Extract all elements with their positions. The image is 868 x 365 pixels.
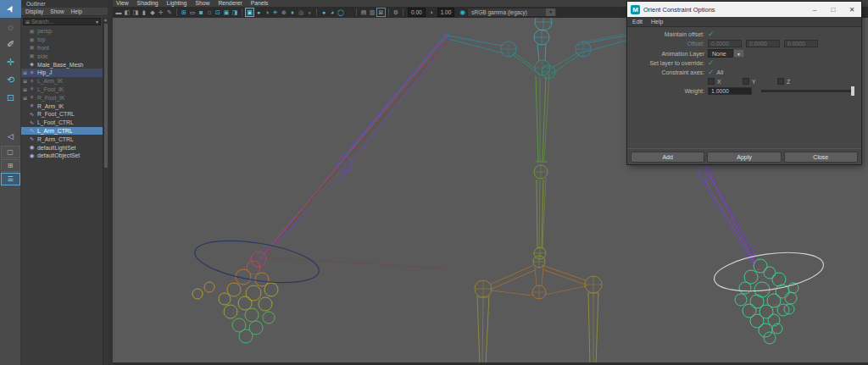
offset-z-field[interactable]: 0.0000 xyxy=(784,40,818,47)
outliner-item-male_base_mesh[interactable]: ◈Male_Base_Mesh xyxy=(21,60,103,69)
add-button[interactable]: Add xyxy=(631,152,704,163)
outliner-item-defaultobjectset[interactable]: ◉defaultObjectSet xyxy=(21,152,103,160)
viewport-menu-renderer[interactable]: Renderer xyxy=(218,0,242,7)
outliner-item-r_foot_ctrl[interactable]: ∿R_Foot_CTRL xyxy=(21,110,103,119)
animation-layer-dropdown[interactable]: None ▼ xyxy=(708,49,744,58)
select-tool[interactable]: ➤ xyxy=(0,0,21,18)
toolbar-icon-0-0[interactable]: ▬ xyxy=(114,8,123,17)
color-management-icon[interactable]: ◉ xyxy=(459,8,465,16)
toolbar-icon-2-1[interactable]: ● xyxy=(254,8,263,17)
viewport-menu-view[interactable]: View xyxy=(116,0,129,7)
toolbar-icon-2-3[interactable]: ✳ xyxy=(271,8,280,17)
outliner-item-side[interactable]: ▣side xyxy=(21,52,103,60)
contrast-icon[interactable]: ◑ xyxy=(427,8,436,17)
toolbar-icon-2-5[interactable]: ♦ xyxy=(288,8,297,17)
toolbar-icon-2-6[interactable]: ◎ xyxy=(297,8,305,17)
toolbar-icon-1-4[interactable]: ⊡ xyxy=(214,8,222,17)
outliner-item-front[interactable]: ▣front xyxy=(21,44,103,53)
outliner-item-r_arm_ctrl[interactable]: ∿R_Arm_CTRL xyxy=(21,135,103,143)
axis-z-checkbox[interactable] xyxy=(777,78,784,85)
weight-slider-handle[interactable] xyxy=(851,86,854,96)
outliner-item-l_arm_ctrl[interactable]: ∿L_Arm_CTRL xyxy=(21,127,103,135)
layout-single-pane[interactable]: ▢ xyxy=(1,146,20,158)
expand-icon[interactable]: ⊞ xyxy=(22,86,28,92)
apply-button[interactable]: Apply xyxy=(707,152,781,163)
exposure-field[interactable]: 0.00 xyxy=(408,8,426,17)
outliner-item-l_foot_ctrl[interactable]: ∿L_Foot_CTRL xyxy=(21,119,103,127)
viewport-menu-panels[interactable]: Panels xyxy=(251,0,269,7)
outliner-item-l_arm_ik[interactable]: ⊞✳L_Arm_IK xyxy=(21,77,103,86)
outliner-item-persp[interactable]: ▣persp xyxy=(21,27,103,36)
toolbar-icon-2-2[interactable]: ◑ xyxy=(263,8,271,17)
outliner-menu-help[interactable]: Help xyxy=(71,8,82,14)
toolbar-icon-4-0[interactable]: ▤ xyxy=(359,8,368,17)
chevron-down-icon[interactable]: ▼ xyxy=(733,49,744,58)
axes-all-checkbox[interactable]: ✓ xyxy=(708,69,715,75)
maintain-offset-checkbox[interactable]: ✓ xyxy=(708,30,715,37)
last-tool[interactable]: ◁ xyxy=(0,127,21,145)
layout-outliner-persp[interactable]: ☰ xyxy=(1,173,20,185)
expand-icon[interactable]: ⊞ xyxy=(22,69,28,75)
toolbar-icon-2-4[interactable]: ⊛ xyxy=(280,8,288,17)
offset-y-field[interactable]: 0.0000 xyxy=(746,40,780,47)
layout-four-pane[interactable]: ⊞ xyxy=(1,159,20,172)
outliner-item-hip_j[interactable]: ⊞✳Hip_J xyxy=(21,69,103,77)
close-button-action[interactable]: Close xyxy=(784,152,858,163)
move-tool[interactable]: ✛ xyxy=(0,53,21,71)
toolbar-icon-3-0[interactable]: ● xyxy=(320,8,328,17)
toolbar-icon-0-5[interactable]: ✛ xyxy=(157,8,165,17)
viewport-menu-lighting[interactable]: Lighting xyxy=(167,0,187,7)
set-layer-override-checkbox[interactable]: ✓ xyxy=(708,59,715,66)
paint-select-tool[interactable]: ✐ xyxy=(0,36,21,53)
outliner-menu-show[interactable]: Show xyxy=(50,8,64,14)
scale-tool[interactable]: ⊡ xyxy=(0,89,21,107)
expand-icon[interactable]: ⊞ xyxy=(22,95,28,101)
chevron-down-icon[interactable]: ▾ xyxy=(96,19,100,25)
toolbar-icon-2-0[interactable]: ▣ xyxy=(245,8,254,17)
lasso-tool[interactable]: ◌ xyxy=(0,18,21,36)
weight-slider[interactable] xyxy=(761,86,854,96)
toolbar-icon-3-2[interactable]: ◯ xyxy=(337,8,345,17)
outliner-item-top[interactable]: ▣top xyxy=(21,36,103,44)
outliner-item-defaultlightset[interactable]: ◉defaultLightSet xyxy=(21,143,103,152)
viewport-menu-show[interactable]: Show xyxy=(195,0,209,7)
maximize-button[interactable]: □ xyxy=(824,6,843,14)
outliner-item-r_foot_ik[interactable]: ⊞✳R_Foot_IK xyxy=(21,93,103,102)
gamma-field[interactable]: 1.00 xyxy=(437,8,455,17)
outliner-item-l_foot_ik[interactable]: ⊞✳L_Foot_IK xyxy=(21,86,103,94)
menu-edit[interactable]: Edit xyxy=(632,19,643,25)
dialog-titlebar[interactable]: M Orient Constraint Options – □ ✕ xyxy=(627,2,861,17)
outliner-item-r_arm_ik[interactable]: ✳R_Arm_IK xyxy=(21,102,103,110)
toolbar-icon-4-2[interactable]: ⊠ xyxy=(376,8,386,17)
minimize-button[interactable]: – xyxy=(805,6,824,14)
toolbar-icon-1-5[interactable]: ▣ xyxy=(222,8,231,17)
close-button[interactable]: ✕ xyxy=(843,6,861,14)
axis-x-checkbox[interactable] xyxy=(708,78,715,85)
toolbar-icon-0-3[interactable]: ▮ xyxy=(140,8,148,17)
toolbar-icon-0-2[interactable]: ◨ xyxy=(131,8,140,17)
menu-help[interactable]: Help xyxy=(651,19,663,25)
colorspace-dropdown[interactable]: sRGB gamma (legacy) ▼ xyxy=(467,8,557,17)
outliner-menu-display[interactable]: Display xyxy=(25,8,43,14)
weight-field[interactable]: 1.0000 xyxy=(708,87,752,95)
toolbar-icon-4-1[interactable]: ▥ xyxy=(368,8,376,17)
toolbar-icon-1-2[interactable]: ◙ xyxy=(197,8,205,17)
toolbar-icon-3-1[interactable]: ◕ xyxy=(328,8,337,17)
expand-icon[interactable]: ⊞ xyxy=(22,78,28,84)
rotate-tool[interactable]: ⟲ xyxy=(0,71,21,89)
toolbar-icon-0-1[interactable]: ◧ xyxy=(123,8,131,17)
outliner-search-input[interactable]: ⊞ Search... ▾ xyxy=(23,18,101,25)
offset-x-field[interactable]: 0.0000 xyxy=(708,40,742,47)
chevron-down-icon[interactable]: ▼ xyxy=(546,8,555,16)
toolbar-icon-2-7[interactable]: ● xyxy=(305,8,314,17)
toolbar-icon-1-6[interactable]: ◨ xyxy=(231,8,239,17)
axis-y-checkbox[interactable] xyxy=(743,78,749,85)
toolbar-icon-1-3[interactable]: ◘ xyxy=(205,8,214,17)
toolbar-icon-1-0[interactable]: ⊞ xyxy=(180,8,188,17)
toolbar-icon-0-4[interactable]: ◆ xyxy=(148,8,157,17)
toolbar-icon-3-3[interactable]: ◌ xyxy=(345,8,353,17)
viewport-menu-shading[interactable]: Shading xyxy=(137,0,159,7)
toolbar-icon-1-1[interactable]: ▭ xyxy=(188,8,197,17)
toolbar-icon-5-0[interactable]: ⚙ xyxy=(392,8,400,17)
toolbar-icon-0-6[interactable]: ✎ xyxy=(165,8,174,17)
